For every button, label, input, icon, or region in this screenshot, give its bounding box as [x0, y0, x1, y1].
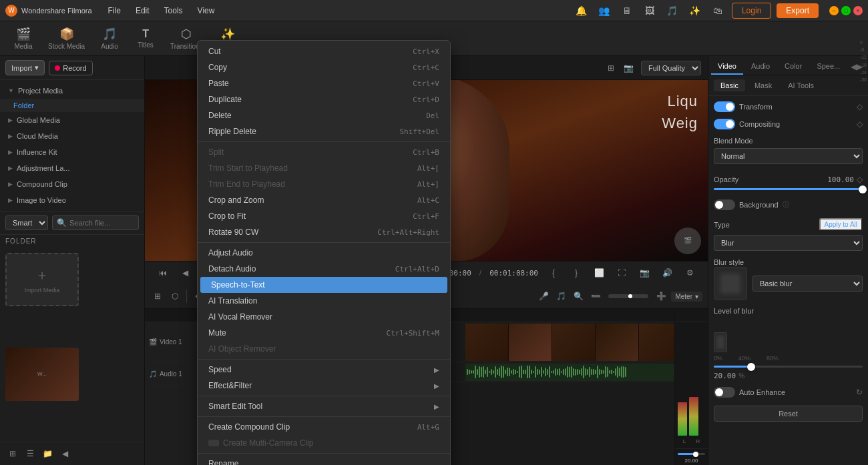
- minimize-button[interactable]: −: [829, 6, 839, 15]
- auto-enhance-toggle[interactable]: [714, 387, 735, 398]
- background-toggle[interactable]: [714, 199, 735, 210]
- ctx-rotate[interactable]: Rotate 90 CW Ctrl+Alt+Right: [198, 224, 450, 240]
- ctx-copy[interactable]: Copy Ctrl+C: [198, 59, 450, 75]
- audio-clip-2[interactable]: [465, 364, 674, 381]
- go-start-icon[interactable]: ⏮: [156, 266, 170, 280]
- subtab-basic[interactable]: Basic: [714, 79, 745, 91]
- tab-audio[interactable]: Audio: [744, 59, 777, 75]
- background-info-icon[interactable]: ⓘ: [783, 200, 789, 209]
- music-icon[interactable]: 🎵: [664, 2, 681, 19]
- menu-edit[interactable]: Edit: [129, 3, 156, 18]
- tab-color[interactable]: Color: [778, 59, 809, 75]
- import-button[interactable]: Import ▾: [5, 60, 45, 75]
- maximize-button[interactable]: □: [841, 6, 851, 15]
- sidebar-item-compound-clip[interactable]: ▶ Compound Clip: [0, 176, 144, 192]
- ctx-cut[interactable]: Cut Ctrl+X: [198, 43, 450, 59]
- ctx-delete[interactable]: Delete Del: [198, 107, 450, 123]
- speaker-icon[interactable]: 🔊: [660, 266, 674, 280]
- search-input[interactable]: [69, 219, 134, 227]
- zoom-icon[interactable]: 🔍: [571, 289, 586, 304]
- ctx-effect-filter[interactable]: Effect&Filter ▶: [198, 378, 450, 394]
- fullscreen-icon[interactable]: ⛶: [614, 266, 629, 280]
- record-button[interactable]: Record: [49, 61, 92, 75]
- ctx-ripple-delete[interactable]: Ripple Delete Shift+Del: [198, 123, 450, 139]
- ctx-crop-zoom[interactable]: Crop and Zoom Alt+C: [198, 192, 450, 208]
- effects-icon[interactable]: ✨: [686, 2, 704, 19]
- opacity-expand-icon[interactable]: ◇: [857, 175, 863, 184]
- timeline-settings-icon[interactable]: ⬡: [168, 289, 182, 304]
- ctx-ai-translation[interactable]: AI Translation: [198, 293, 450, 309]
- ctx-mute[interactable]: Mute Ctrl+Shift+M: [198, 325, 450, 341]
- notification-icon[interactable]: 🔔: [573, 2, 590, 19]
- sidebar-item-cloud-media[interactable]: ▶ Cloud Media: [0, 128, 144, 144]
- list-view-icon[interactable]: ☰: [23, 446, 37, 461]
- toolbar-media[interactable]: 🎬 Media: [7, 24, 40, 53]
- add-media-button[interactable]: ＋ Import Media: [5, 253, 79, 306]
- toolbar-stock-media[interactable]: 📦 Stock Media: [43, 24, 90, 53]
- compositing-expand-icon[interactable]: ◇: [857, 119, 863, 129]
- add-folder-icon[interactable]: 📁: [40, 446, 55, 461]
- gallery-icon[interactable]: 🖼: [641, 2, 658, 19]
- plus-icon[interactable]: ➕: [654, 289, 668, 304]
- tab-speed[interactable]: Spee...: [810, 59, 847, 75]
- reset-button[interactable]: Reset: [714, 406, 863, 422]
- background-type-select[interactable]: Blur Color Image: [714, 235, 863, 251]
- smart-select[interactable]: Smart: [5, 215, 48, 230]
- frame-back-icon[interactable]: ◀: [178, 266, 193, 280]
- ctx-speech-to-text[interactable]: Speech-to-Text: [200, 277, 447, 293]
- apply-to-all-button[interactable]: Apply to All: [819, 218, 863, 231]
- transform-toggle[interactable]: [714, 101, 735, 112]
- settings-icon[interactable]: ⚙: [682, 266, 697, 280]
- export-button[interactable]: Export: [777, 3, 819, 18]
- community-icon[interactable]: 👥: [596, 2, 613, 19]
- ctx-speed[interactable]: Speed ▶: [198, 362, 450, 378]
- sidebar-item-image-to-video[interactable]: ▶ Image to Video: [0, 192, 144, 208]
- close-button[interactable]: ×: [853, 6, 863, 15]
- store-icon[interactable]: 🛍: [709, 2, 726, 19]
- mark-in-icon[interactable]: {: [546, 266, 561, 280]
- mic-icon[interactable]: 🎤: [536, 289, 551, 304]
- toolbar-audio[interactable]: 🎵 Audio: [93, 24, 126, 53]
- blur-slider-thumb[interactable]: [747, 363, 755, 371]
- meter-slider-thumb[interactable]: [693, 452, 698, 457]
- blend-mode-select[interactable]: Normal Multiply Screen Overlay: [714, 148, 863, 164]
- ctx-duplicate[interactable]: Duplicate Ctrl+D: [198, 91, 450, 107]
- sidebar-item-global-media[interactable]: ▶ Global Media: [0, 112, 144, 128]
- sidebar-item-project-media[interactable]: ▼ Project Media: [0, 83, 144, 99]
- quality-select[interactable]: Full Quality 1/2 Quality 1/4 Quality: [641, 61, 701, 75]
- login-button[interactable]: Login: [732, 3, 771, 19]
- media-thumbnail-1[interactable]: W...: [5, 348, 79, 401]
- ctx-smart-edit[interactable]: Smart Edit Tool ▶: [198, 398, 450, 414]
- menu-file[interactable]: File: [101, 3, 128, 18]
- zoom-slider[interactable]: [608, 294, 648, 298]
- ctx-crop-fit[interactable]: Crop to Fit Ctrl+F: [198, 208, 450, 224]
- blur-style-select[interactable]: Basic blur Bokeh: [752, 276, 863, 292]
- ctx-adjust-audio[interactable]: Adjust Audio: [198, 245, 450, 261]
- minus-icon[interactable]: ➖: [588, 289, 603, 304]
- extract-icon[interactable]: ⬜: [592, 266, 606, 280]
- meter-slider[interactable]: [678, 453, 705, 455]
- mark-out-icon[interactable]: }: [569, 266, 584, 280]
- add-track-icon[interactable]: ⊞: [150, 289, 165, 304]
- ctx-paste[interactable]: Paste Ctrl+V: [198, 75, 450, 91]
- ctx-detach-audio[interactable]: Detach Audio Ctrl+Alt+D: [198, 261, 450, 277]
- audio-icon-tl[interactable]: 🎵: [554, 289, 568, 304]
- grid-view-icon[interactable]: ⊞: [5, 446, 20, 461]
- video-clip-2[interactable]: [465, 324, 674, 361]
- collapse-icon[interactable]: ◀: [57, 446, 72, 461]
- transform-expand-icon[interactable]: ◇: [857, 102, 863, 111]
- sidebar-item-influence-kit[interactable]: ▶ Influence Kit: [0, 144, 144, 160]
- ctx-create-compound[interactable]: Create Compound Clip Alt+G: [198, 419, 450, 435]
- blur-level-slider[interactable]: [714, 366, 863, 368]
- opacity-slider[interactable]: [714, 188, 863, 190]
- meter-toggle[interactable]: Meter ▾: [671, 292, 702, 302]
- screen-record-icon[interactable]: 🖥: [618, 2, 636, 19]
- fit-screen-icon[interactable]: ⊞: [604, 61, 618, 75]
- subtab-ai-tools[interactable]: AI Tools: [781, 79, 821, 91]
- refresh-icon[interactable]: ↻: [856, 388, 863, 397]
- sidebar-item-adjustment-layer[interactable]: ▶ Adjustment La...: [0, 160, 144, 176]
- subtab-mask[interactable]: Mask: [748, 79, 779, 91]
- compositing-toggle[interactable]: [714, 119, 735, 129]
- opacity-slider-thumb[interactable]: [859, 185, 867, 193]
- snapshot-icon[interactable]: 📷: [621, 61, 636, 75]
